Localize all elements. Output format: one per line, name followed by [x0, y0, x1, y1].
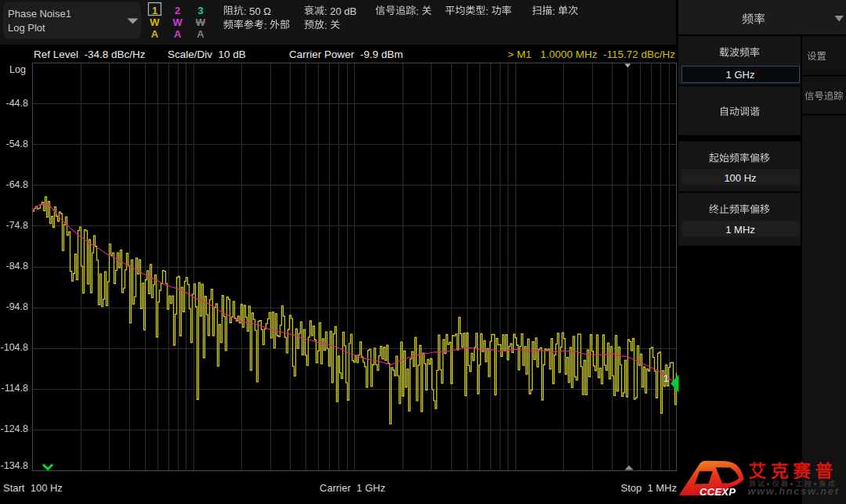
svg-text:3: 3 — [197, 5, 203, 16]
svg-text:1 MHz: 1 MHz — [725, 224, 755, 236]
svg-text:> M1 1.0000 MHz -115.72 dBc: > M1 1.0000 MHz -115.72 dBc/Hz — [508, 49, 675, 60]
svg-text:-134.8: -134.8 — [1, 460, 28, 471]
svg-text::: : — [416, 5, 419, 17]
svg-text:A: A — [197, 28, 204, 40]
svg-text:-84.8: -84.8 — [6, 261, 29, 272]
svg-text:Carrier Power -9.9 dBm: Carrier Power -9.9 dBm — [289, 49, 403, 60]
svg-text:2: 2 — [175, 5, 180, 16]
svg-text:-54.8: -54.8 — [6, 139, 29, 149]
svg-text:-124.8: -124.8 — [1, 423, 28, 434]
svg-text::: : — [264, 20, 267, 31]
svg-text:Log: Log — [9, 64, 26, 75]
svg-text:www.hncsw.net: www.hncsw.net — [748, 485, 840, 497]
svg-text::: : — [324, 20, 327, 31]
svg-text:: 50 Ω: : 50 Ω — [244, 5, 271, 17]
svg-text:1 GHz: 1 GHz — [726, 69, 755, 81]
svg-text:-104.8: -104.8 — [1, 342, 28, 353]
svg-text:1: 1 — [152, 5, 157, 16]
svg-text:W: W — [173, 16, 183, 28]
svg-text:Stop 1 MHz: Stop 1 MHz — [620, 482, 677, 494]
svg-text:W: W — [196, 16, 206, 28]
svg-text:Log Plot: Log Plot — [8, 22, 45, 34]
svg-text:W: W — [150, 16, 160, 28]
svg-text:: 20 dB: : 20 dB — [324, 5, 356, 17]
svg-text:100 Hz: 100 Hz — [724, 172, 756, 184]
svg-text:-114.8: -114.8 — [1, 383, 28, 394]
svg-text:-74.8: -74.8 — [6, 220, 29, 231]
svg-text:Start 100 Hz: Start 100 Hz — [3, 482, 63, 494]
svg-text:Scale/Div 10 dB: Scale/Div 10 dB — [168, 49, 246, 60]
svg-text:A: A — [151, 28, 159, 40]
svg-text::: : — [552, 5, 555, 17]
svg-text:Carrier 1 GHz: Carrier 1 GHz — [320, 482, 385, 494]
svg-text:-94.8: -94.8 — [6, 301, 29, 312]
svg-text:Ref Level -34.8 dBc/Hz: Ref Level -34.8 dBc/Hz — [34, 49, 146, 60]
svg-text::: : — [486, 5, 489, 17]
svg-text:CCEXP: CCEXP — [700, 486, 736, 498]
svg-text:A: A — [174, 28, 182, 40]
svg-text:-44.8: -44.8 — [6, 98, 29, 109]
svg-text:-64.8: -64.8 — [6, 179, 29, 190]
svg-text:1: 1 — [663, 373, 669, 384]
svg-text:Phase Noise1: Phase Noise1 — [8, 8, 71, 20]
